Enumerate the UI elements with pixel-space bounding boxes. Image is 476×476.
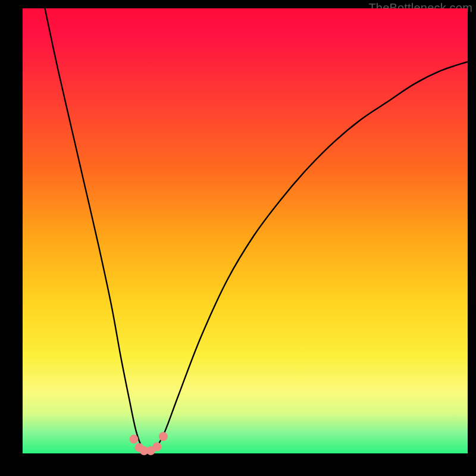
- curve-marker: [130, 435, 139, 444]
- curve-marker: [152, 442, 161, 451]
- chart-frame: TheBottleneck.com: [0, 0, 476, 476]
- plot-area: [23, 8, 468, 453]
- curve-marker: [159, 432, 168, 441]
- curve-markers: [130, 432, 168, 455]
- curve-svg: [23, 8, 468, 453]
- bottleneck-curve: [45, 8, 468, 453]
